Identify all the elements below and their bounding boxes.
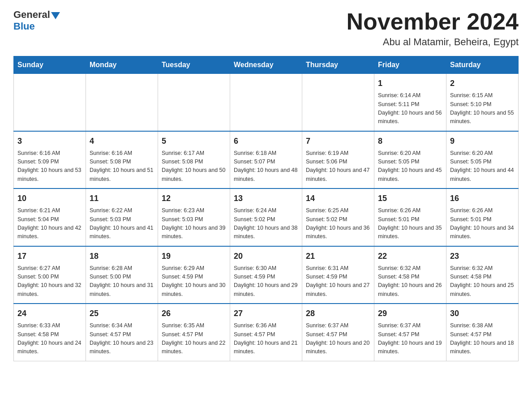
day-info: Sunrise: 6:25 AM Sunset: 5:02 PM Dayligh… <box>306 206 370 241</box>
day-info: Sunrise: 6:26 AM Sunset: 5:01 PM Dayligh… <box>378 206 442 241</box>
day-info: Sunrise: 6:31 AM Sunset: 4:59 PM Dayligh… <box>306 264 370 299</box>
weekday-header-sunday: Sunday <box>14 56 86 74</box>
calendar-cell <box>14 74 86 131</box>
calendar-cell: 6Sunrise: 6:18 AM Sunset: 5:07 PM Daylig… <box>230 131 302 189</box>
day-info: Sunrise: 6:32 AM Sunset: 4:58 PM Dayligh… <box>378 264 442 299</box>
day-number: 7 <box>306 135 370 147</box>
location: Abu al Matamir, Beheira, Egypt <box>347 36 519 48</box>
day-number: 1 <box>378 77 442 90</box>
day-info: Sunrise: 6:20 AM Sunset: 5:05 PM Dayligh… <box>378 149 442 184</box>
day-info: Sunrise: 6:16 AM Sunset: 5:08 PM Dayligh… <box>90 149 154 184</box>
day-number: 28 <box>306 308 370 320</box>
calendar-cell: 1Sunrise: 6:14 AM Sunset: 5:11 PM Daylig… <box>374 74 446 131</box>
weekday-header-thursday: Thursday <box>302 56 374 74</box>
month-title: November 2024 <box>347 9 519 34</box>
logo-triangle-icon <box>51 12 60 19</box>
calendar-cell: 25Sunrise: 6:34 AM Sunset: 4:57 PM Dayli… <box>86 304 158 361</box>
day-info: Sunrise: 6:37 AM Sunset: 4:57 PM Dayligh… <box>306 321 370 356</box>
calendar-cell: 10Sunrise: 6:21 AM Sunset: 5:04 PM Dayli… <box>14 188 86 246</box>
page-header: General Blue November 2024 Abu al Matami… <box>13 9 519 48</box>
weekday-header-friday: Friday <box>374 56 446 74</box>
calendar-cell <box>86 74 158 131</box>
day-info: Sunrise: 6:33 AM Sunset: 4:58 PM Dayligh… <box>17 321 82 356</box>
calendar-cell: 13Sunrise: 6:24 AM Sunset: 5:02 PM Dayli… <box>230 188 302 246</box>
day-number: 16 <box>450 193 515 205</box>
day-info: Sunrise: 6:14 AM Sunset: 5:11 PM Dayligh… <box>378 91 442 126</box>
day-info: Sunrise: 6:29 AM Sunset: 4:59 PM Dayligh… <box>162 264 226 299</box>
day-number: 3 <box>17 135 82 147</box>
calendar-cell <box>230 74 302 131</box>
calendar-cell: 30Sunrise: 6:38 AM Sunset: 4:57 PM Dayli… <box>446 304 519 361</box>
day-number: 12 <box>162 193 226 205</box>
day-number: 30 <box>450 308 515 320</box>
calendar-cell: 21Sunrise: 6:31 AM Sunset: 4:59 PM Dayli… <box>302 246 374 304</box>
calendar-cell: 29Sunrise: 6:37 AM Sunset: 4:57 PM Dayli… <box>374 304 446 361</box>
logo-text-general: General <box>13 9 50 21</box>
weekday-header-monday: Monday <box>86 56 158 74</box>
day-number: 9 <box>450 135 515 147</box>
day-info: Sunrise: 6:38 AM Sunset: 4:57 PM Dayligh… <box>450 321 515 356</box>
day-info: Sunrise: 6:22 AM Sunset: 5:03 PM Dayligh… <box>90 206 154 241</box>
calendar-table: SundayMondayTuesdayWednesdayThursdayFrid… <box>13 56 519 361</box>
calendar-cell: 2Sunrise: 6:15 AM Sunset: 5:10 PM Daylig… <box>446 74 519 131</box>
day-number: 21 <box>306 250 370 262</box>
day-info: Sunrise: 6:34 AM Sunset: 4:57 PM Dayligh… <box>90 321 154 356</box>
weekday-header-tuesday: Tuesday <box>158 56 230 74</box>
day-info: Sunrise: 6:18 AM Sunset: 5:07 PM Dayligh… <box>234 149 298 184</box>
logo: General Blue <box>13 9 60 33</box>
calendar-cell: 16Sunrise: 6:26 AM Sunset: 5:01 PM Dayli… <box>446 188 519 246</box>
day-number: 29 <box>378 308 442 320</box>
day-number: 10 <box>17 193 82 205</box>
title-block: November 2024 Abu al Matamir, Beheira, E… <box>347 9 519 48</box>
day-info: Sunrise: 6:20 AM Sunset: 5:05 PM Dayligh… <box>450 149 515 184</box>
day-info: Sunrise: 6:15 AM Sunset: 5:10 PM Dayligh… <box>450 91 515 126</box>
day-info: Sunrise: 6:30 AM Sunset: 4:59 PM Dayligh… <box>234 264 298 299</box>
calendar-week-row: 10Sunrise: 6:21 AM Sunset: 5:04 PM Dayli… <box>14 188 519 246</box>
day-number: 8 <box>378 135 442 147</box>
day-info: Sunrise: 6:26 AM Sunset: 5:01 PM Dayligh… <box>450 206 515 241</box>
day-info: Sunrise: 6:23 AM Sunset: 5:03 PM Dayligh… <box>162 206 226 241</box>
day-number: 6 <box>234 135 298 147</box>
day-info: Sunrise: 6:16 AM Sunset: 5:09 PM Dayligh… <box>17 149 82 184</box>
day-number: 19 <box>162 250 226 262</box>
calendar-cell: 26Sunrise: 6:35 AM Sunset: 4:57 PM Dayli… <box>158 304 230 361</box>
day-info: Sunrise: 6:21 AM Sunset: 5:04 PM Dayligh… <box>17 206 82 241</box>
day-number: 27 <box>234 308 298 320</box>
calendar-cell: 15Sunrise: 6:26 AM Sunset: 5:01 PM Dayli… <box>374 188 446 246</box>
day-info: Sunrise: 6:27 AM Sunset: 5:00 PM Dayligh… <box>17 264 82 299</box>
calendar-cell: 23Sunrise: 6:32 AM Sunset: 4:58 PM Dayli… <box>446 246 519 304</box>
day-info: Sunrise: 6:24 AM Sunset: 5:02 PM Dayligh… <box>234 206 298 241</box>
calendar-cell: 7Sunrise: 6:19 AM Sunset: 5:06 PM Daylig… <box>302 131 374 189</box>
day-number: 24 <box>17 308 82 320</box>
calendar-cell: 20Sunrise: 6:30 AM Sunset: 4:59 PM Dayli… <box>230 246 302 304</box>
calendar-cell: 24Sunrise: 6:33 AM Sunset: 4:58 PM Dayli… <box>14 304 86 361</box>
day-info: Sunrise: 6:28 AM Sunset: 5:00 PM Dayligh… <box>90 264 154 299</box>
calendar-cell: 11Sunrise: 6:22 AM Sunset: 5:03 PM Dayli… <box>86 188 158 246</box>
calendar-week-row: 3Sunrise: 6:16 AM Sunset: 5:09 PM Daylig… <box>14 131 519 189</box>
day-info: Sunrise: 6:17 AM Sunset: 5:08 PM Dayligh… <box>162 149 226 184</box>
day-info: Sunrise: 6:35 AM Sunset: 4:57 PM Dayligh… <box>162 321 226 356</box>
calendar-cell: 19Sunrise: 6:29 AM Sunset: 4:59 PM Dayli… <box>158 246 230 304</box>
day-number: 25 <box>90 308 154 320</box>
calendar-cell: 14Sunrise: 6:25 AM Sunset: 5:02 PM Dayli… <box>302 188 374 246</box>
calendar-week-row: 1Sunrise: 6:14 AM Sunset: 5:11 PM Daylig… <box>14 74 519 131</box>
calendar-week-row: 24Sunrise: 6:33 AM Sunset: 4:58 PM Dayli… <box>14 304 519 361</box>
calendar-cell <box>302 74 374 131</box>
day-number: 18 <box>90 250 154 262</box>
day-number: 26 <box>162 308 226 320</box>
day-number: 14 <box>306 193 370 205</box>
calendar-cell: 18Sunrise: 6:28 AM Sunset: 5:00 PM Dayli… <box>86 246 158 304</box>
weekday-header-row: SundayMondayTuesdayWednesdayThursdayFrid… <box>14 56 519 74</box>
day-number: 5 <box>162 135 226 147</box>
day-info: Sunrise: 6:37 AM Sunset: 4:57 PM Dayligh… <box>378 321 442 356</box>
calendar-cell: 8Sunrise: 6:20 AM Sunset: 5:05 PM Daylig… <box>374 131 446 189</box>
weekday-header-saturday: Saturday <box>446 56 519 74</box>
day-number: 2 <box>450 77 515 90</box>
calendar-cell: 27Sunrise: 6:36 AM Sunset: 4:57 PM Dayli… <box>230 304 302 361</box>
day-number: 15 <box>378 193 442 205</box>
day-number: 17 <box>17 250 82 262</box>
day-info: Sunrise: 6:36 AM Sunset: 4:57 PM Dayligh… <box>234 321 298 356</box>
day-info: Sunrise: 6:32 AM Sunset: 4:58 PM Dayligh… <box>450 264 515 299</box>
calendar-cell: 28Sunrise: 6:37 AM Sunset: 4:57 PM Dayli… <box>302 304 374 361</box>
calendar-cell: 5Sunrise: 6:17 AM Sunset: 5:08 PM Daylig… <box>158 131 230 189</box>
